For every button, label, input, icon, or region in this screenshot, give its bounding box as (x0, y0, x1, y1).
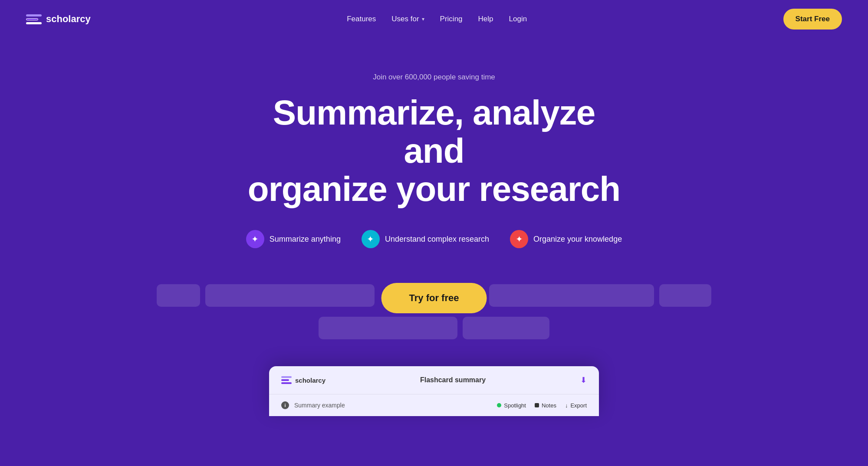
logo-text: scholarcy (46, 13, 91, 25)
app-toolbar-right: Spotlight Notes ↓ Export (497, 402, 587, 409)
navbar: scholarcy Features Uses for ▾ Pricing He… (0, 0, 868, 38)
fade-bar-3 (489, 284, 654, 307)
sparkle-icon-orange: ✦ (510, 230, 528, 248)
nav-login[interactable]: Login (509, 15, 527, 23)
sparkle-icon-cyan: ✦ (362, 230, 380, 248)
export-button[interactable]: ↓ Export (565, 402, 587, 409)
pill-organize: ✦ Organize your knowledge (510, 230, 622, 248)
fade-bar-5 (319, 317, 457, 339)
nav-features[interactable]: Features (347, 15, 376, 23)
hero-subtitle: Join over 600,000 people saving time (373, 73, 495, 82)
try-for-free-button[interactable]: Try for free (381, 283, 487, 313)
start-free-button[interactable]: Start Free (783, 9, 842, 30)
hero-title: Summarize, analyze and organize your res… (239, 94, 629, 208)
app-logo-small: scholarcy (281, 375, 326, 385)
chevron-down-icon: ▾ (422, 16, 424, 22)
info-dot: i (281, 401, 289, 409)
app-small-logo-icon (281, 375, 292, 385)
app-logo-text: scholarcy (295, 377, 326, 384)
app-preview-header: scholarcy Flashcard summary ⬇ (269, 366, 599, 394)
logo-bar-1 (26, 14, 42, 16)
fade-bar-4 (659, 284, 711, 307)
sparkle-icon-purple: ✦ (246, 230, 264, 248)
fade-bar-6 (463, 317, 549, 339)
summary-label: Summary example (294, 402, 345, 409)
bars-row-1: Try for free (130, 283, 738, 308)
spotlight-button[interactable]: Spotlight (497, 402, 526, 409)
nav-pricing[interactable]: Pricing (440, 15, 463, 23)
nav-links: Features Uses for ▾ Pricing Help Login (347, 15, 527, 23)
app-preview-title: Flashcard summary (420, 376, 486, 384)
dark-dot-icon (535, 403, 539, 407)
notes-button[interactable]: Notes (535, 402, 556, 409)
cta-area: Try for free scholarcy Flashcard summary… (9, 283, 859, 416)
logo-bar-3 (26, 22, 42, 24)
app-preview-body: i Summary example Spotlight Notes ↓ Expo… (269, 394, 599, 416)
hero-section: Join over 600,000 people saving time Sum… (0, 38, 868, 442)
nav-help[interactable]: Help (478, 15, 493, 23)
logo[interactable]: scholarcy (26, 11, 91, 27)
export-arrow-icon: ↓ (565, 402, 568, 409)
pill-summarize: ✦ Summarize anything (246, 230, 341, 248)
logo-icon (26, 11, 42, 27)
pill-understand: ✦ Understand complex research (362, 230, 489, 248)
download-icon[interactable]: ⬇ (580, 375, 587, 385)
bars-row-2 (130, 317, 738, 339)
fade-bar-2 (205, 284, 375, 307)
app-preview-panel: scholarcy Flashcard summary ⬇ i Summary … (269, 366, 599, 416)
feature-pills: ✦ Summarize anything ✦ Understand comple… (246, 230, 622, 248)
logo-bar-2 (26, 18, 38, 20)
fade-bar-1 (157, 284, 200, 307)
green-dot-icon (497, 403, 501, 407)
nav-uses-for[interactable]: Uses for ▾ (391, 15, 424, 23)
